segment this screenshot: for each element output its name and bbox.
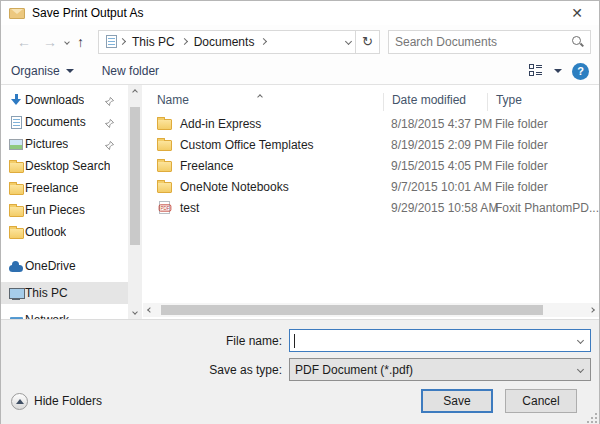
scroll-up-icon[interactable] bbox=[132, 89, 138, 95]
organise-label: Organise bbox=[11, 64, 60, 78]
document-icon bbox=[8, 114, 24, 130]
sidebar-item-freelance[interactable]: Freelance bbox=[1, 177, 134, 199]
breadcrumb-chevron-icon bbox=[181, 38, 188, 45]
location-document-icon bbox=[103, 34, 119, 50]
collapse-up-icon bbox=[11, 393, 28, 410]
sort-ascending-icon bbox=[257, 94, 263, 100]
picture-icon bbox=[8, 136, 24, 152]
table-row[interactable]: Add-in Express 8/18/2015 4:37 PM File fo… bbox=[143, 113, 599, 134]
file-name-field[interactable] bbox=[289, 329, 591, 352]
scrollbar-thumb[interactable] bbox=[161, 305, 543, 315]
save-as-type-chevron-icon bbox=[577, 366, 584, 373]
column-header-date-modified[interactable]: Date modified bbox=[383, 93, 487, 111]
save-dialog-window: Save Print Output As ✕ ← → ↑ This PC Doc… bbox=[0, 0, 600, 424]
sidebar-item-pictures[interactable]: Pictures bbox=[1, 133, 134, 155]
hide-folders-label: Hide Folders bbox=[34, 394, 102, 408]
sidebar-item-onedrive[interactable]: OneDrive bbox=[1, 255, 134, 277]
breadcrumb-documents[interactable]: Documents bbox=[188, 35, 261, 49]
save-as-type-value: PDF Document (*.pdf) bbox=[295, 363, 413, 377]
folder-icon bbox=[8, 202, 24, 218]
up-icon[interactable]: ↑ bbox=[71, 34, 90, 50]
pin-icon bbox=[105, 95, 114, 109]
breadcrumb[interactable]: This PC Documents bbox=[98, 30, 356, 54]
refresh-button[interactable]: ↻ bbox=[356, 30, 380, 54]
dialog-title: Save Print Output As bbox=[32, 6, 563, 20]
scroll-down-icon[interactable] bbox=[132, 309, 138, 315]
sidebar-item-desktop-search[interactable]: Desktop Search bbox=[1, 155, 134, 177]
text-caret bbox=[294, 334, 295, 348]
new-folder-button[interactable]: New folder bbox=[102, 64, 159, 78]
navigation-bar: ← → ↑ This PC Documents ↻ bbox=[1, 25, 599, 58]
breadcrumb-chevron-icon bbox=[260, 38, 267, 45]
download-icon bbox=[8, 92, 24, 108]
scrollbar-thumb[interactable] bbox=[130, 107, 140, 245]
column-header-name[interactable]: Name bbox=[143, 93, 383, 111]
refresh-icon: ↻ bbox=[362, 34, 373, 49]
file-name-input[interactable] bbox=[294, 334, 568, 348]
breadcrumb-chevron-icon bbox=[119, 38, 126, 45]
app-envelope-icon bbox=[9, 8, 25, 19]
save-button[interactable]: Save bbox=[421, 389, 493, 413]
folder-icon bbox=[8, 180, 24, 196]
recent-locations-chevron-icon[interactable] bbox=[64, 39, 70, 45]
computer-icon bbox=[8, 285, 24, 301]
column-header-type[interactable]: Type bbox=[487, 93, 599, 111]
close-icon[interactable]: ✕ bbox=[563, 5, 591, 21]
main-area: Downloads Documents Pictures Desktop Sea… bbox=[1, 85, 599, 319]
sidebar-item-documents[interactable]: Documents bbox=[1, 111, 134, 133]
change-view-icon[interactable] bbox=[529, 64, 544, 79]
sidebar-item-fun-pieces[interactable]: Fun Pieces bbox=[1, 199, 134, 221]
command-toolbar: Organise New folder ? bbox=[1, 58, 599, 85]
pdf-file-icon: PDF bbox=[157, 200, 173, 216]
sidebar-item-this-pc[interactable]: This PC bbox=[1, 282, 134, 304]
forward-icon[interactable]: → bbox=[37, 34, 63, 50]
file-name-label: File name: bbox=[1, 334, 289, 348]
search-box[interactable] bbox=[388, 30, 591, 54]
sidebar-item-outlook[interactable]: Outlook bbox=[1, 221, 134, 243]
cancel-button[interactable]: Cancel bbox=[505, 389, 577, 413]
table-row[interactable]: Custom Office Templates 8/19/2015 2:09 P… bbox=[143, 134, 599, 155]
address-dropdown-chevron-icon[interactable] bbox=[345, 38, 352, 45]
folder-icon bbox=[8, 224, 24, 240]
table-row[interactable]: PDFtest 9/29/2015 10:58 AM Foxit Phantom… bbox=[143, 197, 599, 218]
folder-icon bbox=[157, 179, 173, 195]
help-icon[interactable]: ? bbox=[572, 63, 589, 80]
file-list: Name Date modified Type Add-in Express 8… bbox=[143, 85, 599, 319]
breadcrumb-this-pc[interactable]: This PC bbox=[126, 35, 181, 49]
search-input[interactable] bbox=[395, 35, 572, 49]
sidebar-scrollbar[interactable] bbox=[128, 85, 142, 319]
back-icon[interactable]: ← bbox=[11, 34, 37, 50]
sidebar-item-downloads[interactable]: Downloads bbox=[1, 89, 134, 111]
pin-icon bbox=[105, 139, 114, 153]
pin-icon bbox=[105, 117, 114, 131]
view-options-chevron-icon[interactable] bbox=[554, 69, 562, 73]
file-name-dropdown-chevron-icon[interactable] bbox=[577, 337, 584, 344]
table-row[interactable]: OneNote Notebooks 9/7/2015 10:01 AM File… bbox=[143, 176, 599, 197]
table-row[interactable]: Freelance 9/15/2015 4:05 PM File folder bbox=[143, 155, 599, 176]
search-icon[interactable] bbox=[572, 36, 584, 48]
title-bar: Save Print Output As ✕ bbox=[1, 1, 599, 25]
onedrive-cloud-icon bbox=[8, 258, 24, 274]
organise-dropdown-chevron-icon bbox=[66, 69, 74, 73]
scroll-left-icon[interactable] bbox=[147, 307, 153, 313]
folder-icon bbox=[157, 116, 173, 132]
navigation-pane: Downloads Documents Pictures Desktop Sea… bbox=[1, 85, 143, 319]
save-as-type-select[interactable]: PDF Document (*.pdf) bbox=[289, 358, 591, 381]
scroll-right-icon[interactable] bbox=[589, 307, 595, 313]
file-list-horizontal-scrollbar[interactable] bbox=[143, 303, 599, 317]
column-headers: Name Date modified Type bbox=[143, 85, 599, 111]
hide-folders-button[interactable]: Hide Folders bbox=[11, 393, 102, 410]
resize-grip[interactable] bbox=[587, 413, 597, 423]
new-folder-label: New folder bbox=[102, 64, 159, 78]
save-as-type-label: Save as type: bbox=[1, 363, 289, 377]
folder-icon bbox=[8, 158, 24, 174]
folder-icon bbox=[157, 137, 173, 153]
organise-button[interactable]: Organise bbox=[11, 64, 74, 78]
footer-panel: File name: Save as type: PDF Document (*… bbox=[1, 319, 599, 424]
folder-icon bbox=[157, 158, 173, 174]
